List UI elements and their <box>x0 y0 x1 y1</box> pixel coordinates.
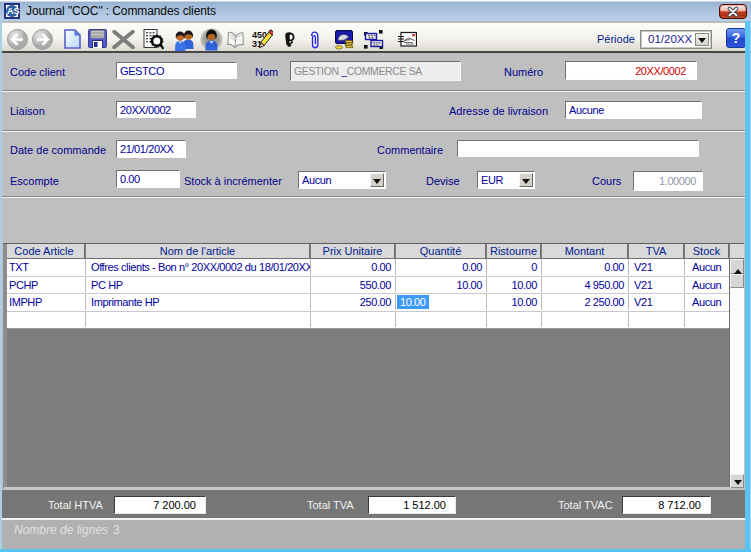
svg-text:AS: AS <box>7 6 20 16</box>
